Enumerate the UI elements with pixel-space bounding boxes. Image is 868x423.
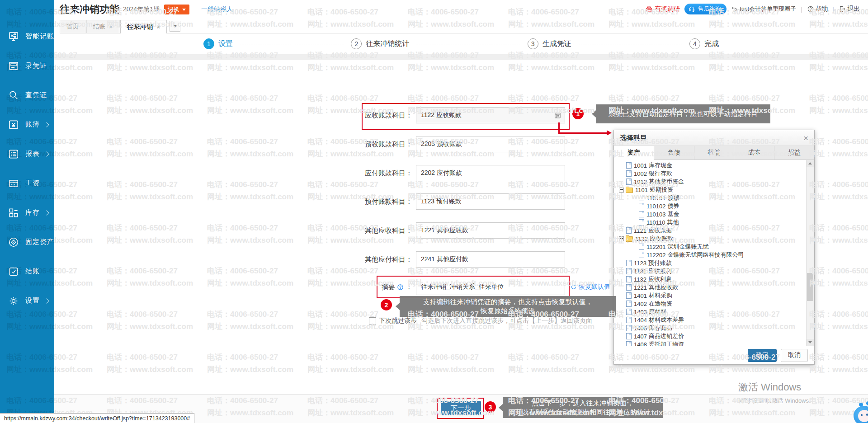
dialog-tab-1[interactable]: 负债 (654, 146, 694, 160)
account-menu[interactable]: test会计答单重现圈子 (731, 5, 796, 13)
summary-input[interactable]: 往来冲销_冲销关系_往来单位 (416, 279, 565, 295)
account-input-4[interactable]: 1221 其他应收款 (416, 222, 565, 239)
tree-node-1221[interactable]: 1221其他应收款 (619, 283, 807, 291)
tree-node-1012[interactable]: 1012其他货币资金 (619, 178, 807, 186)
account-picker-icon[interactable] (554, 112, 561, 119)
tree-node-1122[interactable]: 1122应收账款 (619, 235, 807, 243)
watermark-tile: 电话：4006-6500-27网址：www.tdxsoft.com (408, 352, 494, 375)
watermark-tile: 电话：4006-6500-27网址：www.tdxsoft.com (54, 266, 93, 288)
tree-node-1404[interactable]: 1404材料成本差异 (619, 316, 807, 324)
form-row-1: 预收账款科目：2203 预收账款 (357, 136, 565, 152)
tree-node-1401[interactable]: 1401材料采购 (619, 291, 807, 300)
sidebar-item-6[interactable]: 库存 (0, 198, 54, 227)
file-icon (639, 244, 644, 250)
close-tab-icon[interactable]: × (157, 24, 160, 30)
close-tab-icon[interactable]: × (109, 24, 113, 30)
account-input-2[interactable]: 2202 应付账款 (416, 165, 565, 181)
scrollbar[interactable] (806, 160, 814, 346)
watermark-url: 网址：www.tdxsoft.com (54, 192, 93, 202)
file-icon (639, 252, 644, 258)
file-icon (639, 219, 644, 226)
step-number: 3 (528, 38, 538, 49)
tree-node-112202[interactable]: 112202金蝶账无忧网络科技有限公司 (619, 251, 807, 259)
sidebar-item-2[interactable]: 查凭证 (0, 80, 54, 110)
collapse-icon[interactable] (619, 236, 624, 241)
survey-button[interactable]: 有奖调研 (645, 5, 680, 13)
dialog-tab-0[interactable]: 资产 (614, 146, 654, 160)
logout-button[interactable]: 退出 (839, 5, 860, 13)
tree-node-110101[interactable]: 110101股票 (619, 194, 807, 202)
tree-node-110103[interactable]: 110103基金 (619, 210, 807, 218)
collapse-icon[interactable] (619, 188, 624, 193)
tree-node-110110[interactable]: 110110其他 (619, 218, 807, 226)
form-row-3: 预付账款科目：1123 预付账款 (357, 193, 565, 210)
assistant-mascot-icon[interactable] (848, 400, 868, 423)
watermark-url: 网址：www.tdxsoft.com (709, 63, 795, 73)
account-input-1[interactable]: 2203 预收账款 (416, 136, 565, 152)
tree-node-112201[interactable]: 112201深圳金蝶账无忧 (619, 243, 807, 251)
tab-1[interactable]: 结账× (86, 20, 119, 33)
sidebar-item-7[interactable]: 固定资产 (0, 227, 54, 257)
reset-default-link[interactable]: 恢复默认值 (571, 283, 610, 291)
tree-node-110102[interactable]: 110102债券 (619, 202, 807, 210)
scroll-up-icon[interactable] (807, 160, 814, 167)
support-button[interactable]: 售后咨询 (684, 4, 726, 14)
tree-node-1402[interactable]: 1402在途物资 (619, 300, 807, 308)
sidebar-item-4[interactable]: 报表 (0, 139, 54, 169)
help-button[interactable]: 帮助 (807, 5, 828, 13)
tree-node-1405[interactable]: 1405库存商品 (619, 324, 807, 332)
confirm-button[interactable]: 确定 (748, 349, 777, 362)
windows-activation-title: 激活 Windows (738, 381, 815, 394)
account-input-3[interactable]: 1123 预付账款 (416, 193, 565, 210)
sidebar-item-label: 工资 (25, 179, 40, 188)
sidebar-item-label: 结账 (25, 267, 40, 276)
account-code: 1221 (634, 284, 647, 291)
question-icon[interactable] (397, 284, 404, 291)
sidebar-item-9[interactable]: 设置 (0, 286, 54, 315)
tab-0[interactable]: 首页 (60, 20, 85, 33)
watermark-tile: 电话：4006-6500-27网址：www.tdxsoft.com (207, 94, 293, 116)
sidebar-item-0[interactable]: 智能记账 (0, 22, 54, 51)
logout-icon (839, 5, 846, 13)
tab-list-dropdown[interactable] (170, 21, 180, 32)
tree-node-1408[interactable]: 1408委托加工物资 (619, 340, 807, 346)
sidebar-item-8[interactable]: 结账 (0, 257, 54, 286)
account-code: 1001 (634, 162, 647, 169)
file-icon (626, 268, 632, 274)
watermark-url: 网址：www.tdxsoft.com (107, 149, 193, 159)
close-icon[interactable]: × (803, 134, 808, 142)
tab-2[interactable]: 往来冲销× (120, 20, 167, 33)
summary-row: 摘要 ： 往来冲销_冲销关系_往来单位 恢复默认值 (357, 279, 610, 295)
switch-period-button[interactable]: 切换 (164, 5, 189, 14)
account-name: 金蝶账无忧网络科技有限公司 (667, 251, 744, 259)
help-icon (807, 5, 814, 13)
cancel-button[interactable]: 取消 (781, 349, 808, 362)
dialog-tab-4[interactable]: 损益 (774, 146, 814, 160)
tree-node-1123[interactable]: 1123预付账款 (619, 259, 807, 267)
watermark-phone: 电话：4006-6500-27 (107, 223, 193, 233)
sidebar-item-1[interactable]: 录凭证 (0, 51, 54, 80)
tree-node-1407[interactable]: 1407商品进销差价 (619, 332, 807, 340)
sidebar-item-3[interactable]: 账簿 (0, 110, 54, 139)
account-input-5[interactable]: 2241 其他应付款 (416, 251, 565, 268)
dialog-tab-2[interactable]: 权益 (694, 146, 735, 160)
tree-node-1131[interactable]: 1131应收股利 (619, 267, 807, 275)
tree-node-1403[interactable]: 1403原材料 (619, 308, 807, 316)
payroll-icon (8, 178, 19, 189)
scroll-down-icon[interactable] (807, 339, 814, 346)
watermark-phone: 电话：4006-6500-27 (54, 223, 93, 233)
tree-node-1002[interactable]: 1002银行存款 (619, 169, 807, 178)
tree-node-1132[interactable]: 1132应收利息 (619, 275, 807, 283)
taxpayer-type-link[interactable]: 一般纳税人 (201, 5, 233, 14)
account-input-0[interactable]: 1122 应收账款 (416, 107, 565, 123)
tree-node-1001[interactable]: 1001库存现金 (619, 161, 807, 169)
skip-step-checkbox[interactable] (369, 317, 376, 324)
step-3: 3生成凭证 (528, 38, 571, 49)
tree-node-1121[interactable]: 1121应收票据 (619, 226, 807, 235)
scrollbar-thumb[interactable] (807, 273, 813, 301)
account-code: 1405 (634, 325, 647, 332)
tree-node-1101[interactable]: 1101短期投资 (619, 186, 807, 194)
dialog-tab-3[interactable]: 成本 (734, 146, 774, 160)
sidebar-item-5[interactable]: 工资 (0, 169, 54, 198)
next-step-button[interactable]: 下一步 (441, 401, 481, 415)
